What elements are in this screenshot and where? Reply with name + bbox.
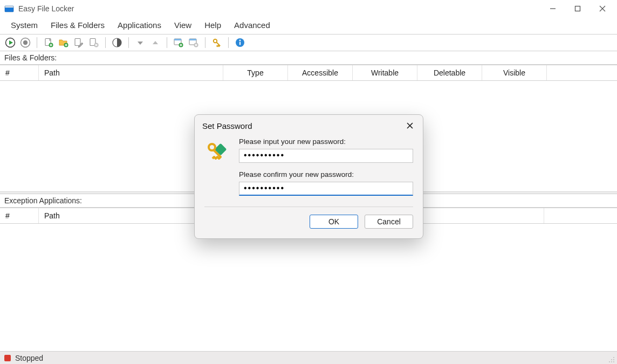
menubar: System Files & Folders Applications View… <box>0 17 617 35</box>
toolbar-separator <box>228 37 229 48</box>
toolbar-separator <box>105 37 106 48</box>
edit-entry-button[interactable] <box>73 37 85 49</box>
dialog-buttons: OK Cancel <box>195 207 423 238</box>
info-button[interactable] <box>234 37 246 49</box>
menu-advanced[interactable]: Advanced <box>229 19 276 31</box>
menu-system[interactable]: System <box>5 19 43 31</box>
ok-button[interactable]: OK <box>310 215 358 229</box>
new-password-label: Please input your new password: <box>239 138 413 146</box>
window-controls <box>540 0 615 17</box>
column-writable[interactable]: Writable <box>353 65 417 80</box>
svg-point-45 <box>613 361 614 362</box>
menu-applications[interactable]: Applications <box>112 19 167 31</box>
stop-button[interactable] <box>19 37 31 49</box>
svg-point-44 <box>611 361 612 362</box>
dialog-key-icon <box>204 138 230 196</box>
down-arrow-button[interactable] <box>134 37 146 49</box>
column-spacer <box>544 208 617 223</box>
menu-help[interactable]: Help <box>199 19 227 31</box>
column-deletable[interactable]: Deletable <box>417 65 482 80</box>
dialog-close-button[interactable] <box>402 119 417 132</box>
start-button[interactable] <box>4 37 16 49</box>
toolbar-separator <box>37 37 37 48</box>
add-file-button[interactable] <box>43 37 54 49</box>
close-button[interactable] <box>590 0 615 17</box>
set-password-dialog: Set Password Please input your new passw… <box>194 114 423 239</box>
new-password-input[interactable]: •••••••••• <box>239 149 413 163</box>
menu-files-folders[interactable]: Files & Folders <box>45 19 110 31</box>
resize-gripper-icon[interactable] <box>607 355 615 363</box>
svg-rect-18 <box>75 39 80 46</box>
remove-app-button[interactable] <box>188 37 200 49</box>
toolbar-separator <box>205 37 205 48</box>
svg-marker-24 <box>138 42 143 45</box>
svg-marker-8 <box>9 40 13 45</box>
status-indicator-icon <box>4 355 11 361</box>
column-path[interactable]: Path <box>39 65 223 80</box>
svg-marker-25 <box>153 41 158 44</box>
column-visible[interactable]: Visible <box>482 65 547 80</box>
column-type[interactable]: Type <box>223 65 288 80</box>
dialog-title: Set Password <box>202 121 252 131</box>
up-arrow-button[interactable] <box>149 37 161 49</box>
maximize-button[interactable] <box>565 0 590 17</box>
toggle-button[interactable] <box>111 37 123 49</box>
column-number[interactable]: # <box>0 65 39 80</box>
svg-point-38 <box>239 40 241 42</box>
add-folder-button[interactable] <box>58 37 70 49</box>
statusbar: Stopped <box>0 351 617 364</box>
svg-point-42 <box>613 359 614 360</box>
toolbar <box>0 35 617 51</box>
add-app-button[interactable] <box>173 37 184 49</box>
window-title: Easy File Locker <box>18 4 540 13</box>
svg-point-40 <box>613 357 614 358</box>
svg-point-41 <box>611 359 612 360</box>
remove-entry-button[interactable] <box>88 37 100 49</box>
minimize-button[interactable] <box>540 0 565 17</box>
svg-point-10 <box>23 40 28 45</box>
password-button[interactable] <box>211 37 223 49</box>
status-text: Stopped <box>15 354 43 362</box>
titlebar: Easy File Locker <box>0 0 617 17</box>
column-number[interactable]: # <box>0 208 39 223</box>
files-folders-label: Files & Folders: <box>0 51 617 65</box>
cancel-button[interactable]: Cancel <box>365 215 413 229</box>
files-table-header: # Path Type Accessible Writable Deletabl… <box>0 65 617 81</box>
menu-view[interactable]: View <box>169 19 197 31</box>
svg-rect-4 <box>575 6 580 11</box>
column-spacer <box>547 65 617 80</box>
exceptions-table-body[interactable] <box>0 224 617 345</box>
confirm-password-label: Please confirm your new password: <box>239 170 413 178</box>
svg-point-36 <box>214 39 217 43</box>
dialog-form: Please input your new password: ••••••••… <box>239 138 413 196</box>
dialog-body: Please input your new password: ••••••••… <box>195 135 423 201</box>
svg-rect-39 <box>239 42 241 45</box>
app-icon <box>4 4 14 13</box>
svg-rect-1 <box>5 6 13 8</box>
confirm-password-input[interactable]: •••••••••• <box>239 182 413 196</box>
svg-rect-27 <box>174 39 181 40</box>
toolbar-separator <box>128 37 129 48</box>
svg-point-43 <box>609 361 610 362</box>
dialog-titlebar: Set Password <box>195 115 423 135</box>
svg-rect-32 <box>189 39 196 40</box>
column-accessible[interactable]: Accessible <box>288 65 353 80</box>
toolbar-separator <box>167 37 167 48</box>
